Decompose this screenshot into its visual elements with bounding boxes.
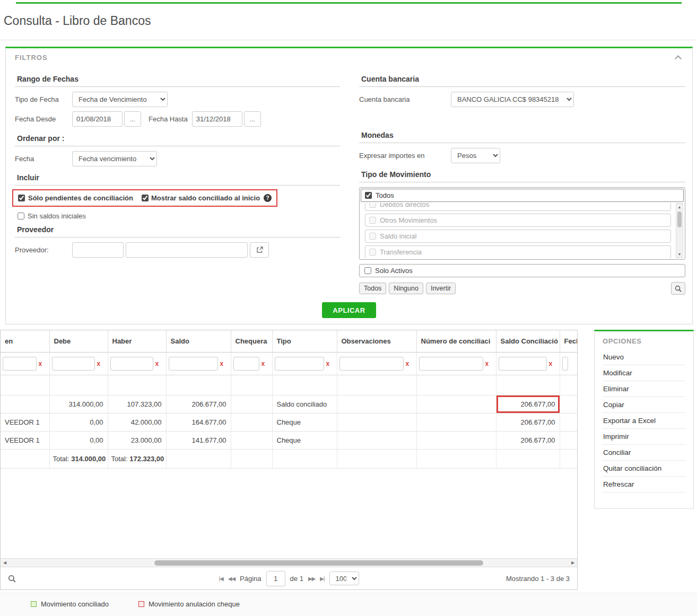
cell-saldo-conciliacion: 206.677,00	[496, 413, 560, 432]
option-refrescar[interactable]: Refrescar	[603, 477, 685, 492]
table-row[interactable]: 314.000,00 107.323,00 206.677,00 Saldo c…	[1, 395, 578, 413]
moneda-select[interactable]: Pesos	[451, 148, 500, 163]
select-none-button[interactable]: Ninguno	[389, 283, 423, 294]
column-filter-input[interactable]	[233, 357, 259, 371]
column-header-haber[interactable]: Haber	[108, 330, 166, 353]
page-number-input[interactable]	[266, 571, 285, 586]
movement-item[interactable]: Saldo inicial	[365, 230, 671, 243]
showing-records-label: Mostrando 1 - 3 de 3	[506, 575, 570, 583]
option-eliminar[interactable]: Eliminar	[603, 381, 685, 397]
solo-pendientes-checkbox[interactable]	[18, 195, 25, 201]
apply-button[interactable]: APLICAR	[322, 302, 376, 318]
scroll-up-icon[interactable]: ▲	[676, 204, 683, 210]
next-page-button[interactable]: ▶▶	[308, 576, 315, 582]
movement-todos-checkbox[interactable]	[365, 192, 372, 199]
sin-saldos-checkbox[interactable]	[18, 213, 24, 219]
column-filter-input[interactable]	[169, 357, 218, 371]
movement-item-checkbox[interactable]	[369, 203, 376, 208]
solo-pendientes-checkbox-row[interactable]: Sólo pendientes de conciliación	[18, 194, 133, 202]
clear-filter-button[interactable]: x	[97, 360, 101, 367]
section-cuenta-bancaria: Cuenta bancaria	[359, 75, 685, 87]
mostrar-saldo-checkbox-row[interactable]: Mostrar saldo conciliado al inicio ?	[142, 194, 272, 202]
fecha-desde-picker-button[interactable]: ...	[124, 111, 141, 127]
mostrar-saldo-checkbox[interactable]	[142, 195, 149, 201]
movement-item-todos[interactable]: Todos	[361, 189, 684, 202]
column-header-saldo[interactable]: Saldo	[166, 330, 231, 353]
page-size-select[interactable]: 100	[329, 571, 359, 585]
fecha-desde-label: Fecha Desde	[15, 115, 72, 123]
scroll-right-icon[interactable]: ▶	[569, 559, 577, 567]
column-header-saldo-conciliacion[interactable]: Saldo Conciliació	[496, 330, 560, 353]
clear-filter-button[interactable]: x	[262, 360, 265, 367]
section-rango-de-fechas: Rango de Fechas	[15, 75, 340, 87]
movement-item[interactable]: Débitos directos	[365, 203, 671, 211]
column-header-fecha[interactable]: Fech	[560, 330, 578, 353]
prev-page-button[interactable]: ◀◀	[228, 576, 235, 582]
column-header-debe[interactable]: Debe	[49, 330, 108, 353]
clear-filter-button[interactable]: x	[326, 360, 330, 367]
column-header-observaciones[interactable]: Observaciones	[337, 330, 416, 353]
sin-saldos-checkbox-row[interactable]: Sin saldos iniciales	[18, 212, 340, 220]
scroll-down-icon[interactable]: ▼	[676, 251, 683, 258]
column-filter-input[interactable]	[562, 357, 568, 371]
column-header-numero-conciliacion[interactable]: Número de conciliaci	[416, 330, 496, 353]
option-copiar[interactable]: Copiar	[603, 397, 685, 413]
first-page-button[interactable]: |◀	[219, 576, 223, 582]
movement-search-button[interactable]	[671, 282, 685, 295]
column-filter-input[interactable]	[275, 357, 324, 371]
tipo-de-fecha-select[interactable]: Fecha de Vencimiento	[72, 92, 168, 107]
column-header-origen[interactable]: en	[1, 330, 49, 353]
cuenta-bancaria-select[interactable]: BANCO GALICIA CC$ 98345218	[451, 92, 574, 107]
column-filter-input[interactable]	[499, 357, 547, 371]
movement-item-checkbox[interactable]	[369, 233, 376, 240]
select-all-button[interactable]: Todos	[359, 283, 386, 294]
clear-filter-button[interactable]: x	[549, 360, 553, 367]
column-filter-input[interactable]	[419, 357, 483, 371]
vertical-scroll-thumb[interactable]	[677, 212, 682, 227]
option-modificar[interactable]: Modificar	[603, 365, 685, 381]
fecha-hasta-picker-button[interactable]: ...	[244, 111, 261, 127]
option-exportar-excel[interactable]: Exportar a Excel	[603, 413, 685, 429]
proveedor-code-input[interactable]	[72, 242, 124, 258]
ordenar-fecha-select[interactable]: Fecha vencimiento	[72, 151, 157, 166]
invert-selection-button[interactable]: Invertir	[426, 283, 456, 294]
movement-item[interactable]: Otros Movimientos	[365, 214, 671, 227]
grid-header-row: en Debe Haber Saldo Chequera Tipo Observ…	[1, 330, 578, 353]
grid-totals-row: Total: 314.000,00 Total: 172.323,00	[1, 450, 578, 469]
help-icon[interactable]: ?	[264, 194, 272, 202]
clear-filter-button[interactable]: x	[155, 360, 159, 367]
proveedor-lookup-button[interactable]	[250, 242, 269, 258]
movement-item-checkbox[interactable]	[369, 249, 376, 256]
column-filter-input[interactable]	[52, 357, 95, 371]
table-row[interactable]: VEEDOR 1 0,00 23.000,00 141.677,00 Chequ…	[1, 432, 578, 450]
clear-filter-button[interactable]: x	[485, 360, 489, 367]
option-conciliar[interactable]: Conciliar	[603, 445, 685, 461]
clear-filter-button[interactable]: x	[39, 360, 42, 367]
fecha-desde-input[interactable]	[72, 111, 123, 127]
column-header-tipo[interactable]: Tipo	[272, 330, 337, 353]
column-header-chequera[interactable]: Chequera	[231, 330, 272, 353]
horizontal-scrollbar[interactable]: ◀ ▶	[1, 558, 577, 567]
solo-activos-checkbox[interactable]	[364, 267, 371, 274]
column-filter-input[interactable]	[110, 357, 153, 371]
grid-search-button[interactable]	[8, 575, 16, 583]
scroll-left-icon[interactable]: ◀	[1, 559, 9, 567]
column-filter-input[interactable]	[3, 357, 37, 371]
option-nuevo[interactable]: Nuevo	[603, 349, 685, 365]
solo-activos-checkbox-row[interactable]: Solo Activos	[359, 264, 685, 277]
horizontal-scroll-thumb[interactable]	[154, 560, 483, 566]
clear-filter-button[interactable]: x	[406, 360, 410, 367]
movement-item-checkbox[interactable]	[369, 217, 376, 224]
movement-item[interactable]: Transferencia	[365, 245, 671, 258]
last-page-button[interactable]: ▶|	[320, 576, 324, 582]
option-imprimir[interactable]: Imprimir	[603, 429, 685, 445]
option-quitar-conciliacion[interactable]: Quitar conciliación	[603, 461, 685, 477]
vertical-scrollbar[interactable]: ▲ ▼	[676, 203, 683, 258]
proveedor-name-input[interactable]	[126, 242, 248, 258]
collapse-chevron-icon[interactable]	[675, 55, 682, 62]
fecha-hasta-input[interactable]	[192, 111, 242, 127]
clear-filter-button[interactable]: x	[220, 360, 224, 367]
table-row[interactable]: VEEDOR 1 0,00 42.000,00 164.677,00 Chequ…	[1, 413, 578, 432]
column-filter-input[interactable]	[339, 357, 404, 371]
solo-activos-label: Solo Activos	[375, 267, 413, 275]
